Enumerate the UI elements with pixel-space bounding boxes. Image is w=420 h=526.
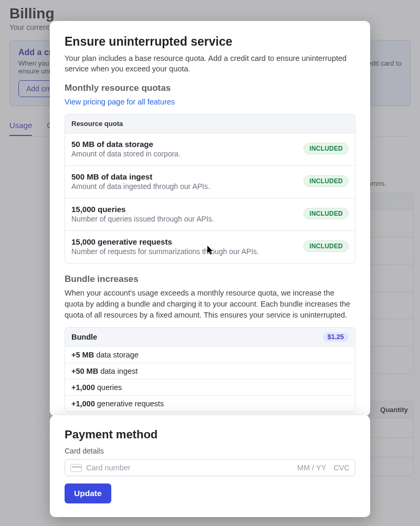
quota-desc: Number of requests for summarizations th… xyxy=(71,247,259,256)
bundle-label: data ingest xyxy=(98,367,138,375)
included-badge: INCLUDED xyxy=(303,208,349,219)
quota-modal: Ensure uninterrupted service Your plan i… xyxy=(50,21,370,416)
quota-title: 15,000 generative requests xyxy=(71,237,259,246)
credit-card-icon xyxy=(70,464,82,472)
bundle-row: +50 MB data ingest xyxy=(65,363,355,379)
modal-title: Ensure uninterrupted service xyxy=(65,35,355,49)
bundle-label: data storage xyxy=(94,351,139,359)
update-button[interactable]: Update xyxy=(65,483,111,503)
bundle-row: +1,000 generative requests xyxy=(65,395,355,412)
quota-row: 15,000 queriesNumber of queries issued t… xyxy=(65,198,355,231)
quota-title: 500 MB of data ingest xyxy=(71,172,210,181)
card-cvc-placeholder: CVC xyxy=(333,464,350,472)
bundle-heading: Bundle increases xyxy=(65,274,355,285)
quota-title: 50 MB of data storage xyxy=(71,140,181,149)
bundle-amount: +1,000 xyxy=(71,383,95,392)
quota-desc: Amount of data ingested through our APIs… xyxy=(71,182,210,191)
quota-row: 500 MB of data ingestAmount of data inge… xyxy=(65,166,355,198)
modal-lead: Your plan includes a base resource quota… xyxy=(65,53,355,75)
monthly-quotas-heading: Monthly resource quotas xyxy=(65,83,355,93)
quota-table-header: Resource quota xyxy=(65,114,355,133)
bundle-row: +1,000 queries xyxy=(65,379,355,395)
bundle-body: When your account's usage exceeds a mont… xyxy=(65,288,355,321)
bundle-table: Bundle $1.25 +5 MB data storage +50 MB d… xyxy=(65,327,355,412)
bundle-row: +5 MB data storage xyxy=(65,346,355,363)
card-expiry-placeholder: MM / YY xyxy=(297,464,326,472)
quota-title: 15,000 queries xyxy=(71,205,214,214)
pricing-link[interactable]: View pricing page for all features xyxy=(65,98,175,106)
quota-row: 50 MB of data storageAmount of data stor… xyxy=(65,133,355,166)
quota-table: Resource quota 50 MB of data storageAmou… xyxy=(65,114,355,264)
bundle-price: $1.25 xyxy=(323,332,349,342)
card-details-label: Card details xyxy=(65,447,355,455)
included-badge: INCLUDED xyxy=(303,143,349,154)
included-badge: INCLUDED xyxy=(303,175,349,187)
card-input[interactable]: Card number MM / YY CVC xyxy=(65,459,355,476)
bundle-label: generative requests xyxy=(95,399,164,408)
bundle-amount: +50 MB xyxy=(71,367,98,375)
payment-title: Payment method xyxy=(65,428,355,441)
payment-card: Payment method Card details Card number … xyxy=(50,415,370,517)
bundle-th: Bundle xyxy=(71,333,97,341)
bundle-label: queries xyxy=(95,383,122,392)
quota-desc: Number of queries issued through our API… xyxy=(71,215,214,223)
bundle-amount: +1,000 xyxy=(71,399,95,408)
quota-desc: Amount of data stored in corpora. xyxy=(71,150,181,158)
bundle-amount: +5 MB xyxy=(71,351,94,359)
included-badge: INCLUDED xyxy=(303,240,349,252)
card-number-placeholder: Card number xyxy=(86,464,293,472)
